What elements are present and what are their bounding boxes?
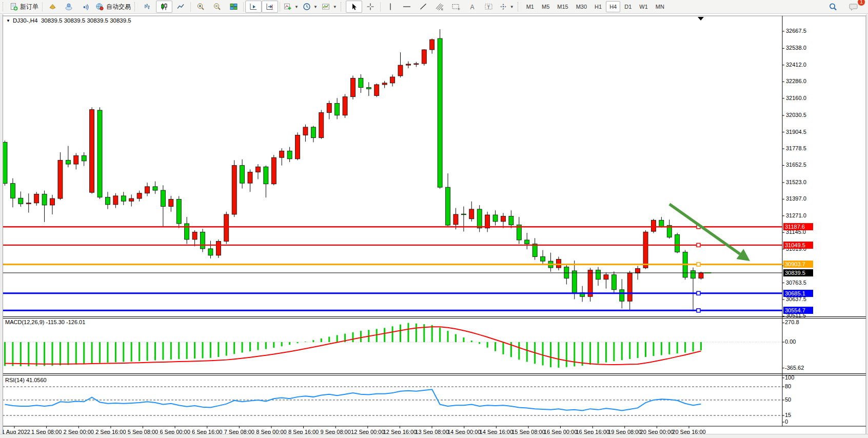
timeframe-button-H4[interactable]: H4 — [606, 1, 620, 12]
timeframe-button-D1[interactable]: D1 — [621, 1, 635, 12]
macd-indicator-label: MACD(12,26,9) -115.30 -126.01 — [5, 319, 85, 325]
timeframe-button-W1[interactable]: W1 — [636, 1, 652, 12]
toolbar-separator — [243, 2, 244, 12]
svg-text:A: A — [470, 4, 474, 11]
vertical-line-tool-button[interactable] — [382, 1, 399, 13]
price-tick-label: 30637.5 — [786, 296, 806, 302]
text-icon: A — [469, 3, 476, 11]
timeframe-button-M15[interactable]: M15 — [554, 1, 571, 12]
market-depth-button[interactable] — [44, 1, 61, 13]
status-bar — [0, 434, 868, 438]
trendline-tool-button[interactable] — [415, 1, 431, 13]
price-tick-label: 32160.0 — [786, 95, 806, 101]
line-chart-mode-button[interactable] — [172, 1, 189, 13]
new-order-button[interactable]: 新订单 — [8, 1, 41, 13]
cursor-tool-button[interactable] — [346, 1, 362, 13]
notifications-button[interactable]: 1 — [845, 1, 862, 13]
price-tick-label: 31652.5 — [786, 162, 806, 168]
fibonacci-icon: E — [435, 3, 444, 11]
price-tick-label: 32030.5 — [786, 112, 806, 118]
text-label-icon: T — [484, 3, 494, 11]
svg-text:T: T — [487, 5, 490, 10]
fibonacci-tool-button[interactable]: E — [431, 1, 448, 13]
window-right-border — [866, 14, 868, 438]
globe-icon — [95, 3, 104, 11]
trading-terminal: { "toolbar": { "new_order_label": "新订单",… — [0, 0, 868, 438]
rsi-indicator-label: RSI(14) 41.0560 — [5, 377, 47, 383]
search-icon — [828, 3, 838, 11]
svg-text:E: E — [441, 8, 443, 11]
rsi-tick-label: 50 — [785, 396, 791, 403]
toolbar-right-group: 1 — [825, 1, 867, 13]
chevron-down-icon: ▼ — [510, 5, 514, 9]
search-button[interactable] — [825, 1, 841, 13]
timeframe-button-M5[interactable]: M5 — [538, 1, 553, 12]
tile-windows-icon — [229, 3, 238, 11]
chart-shift-button[interactable] — [262, 1, 278, 13]
community-button[interactable] — [61, 1, 77, 13]
gold-gem-icon — [48, 3, 57, 11]
chart-shift-icon — [266, 3, 274, 11]
timeframe-button-MN[interactable]: MN — [652, 1, 668, 12]
toolbar-grip[interactable] — [3, 2, 6, 11]
chevron-down-icon: ▼ — [333, 5, 337, 9]
toolbar-grip[interactable] — [134, 2, 138, 11]
profile-icon — [65, 3, 73, 11]
arrows-tool-button[interactable]: ▼ — [497, 1, 516, 13]
crosshair-tool-button[interactable] — [362, 1, 379, 13]
auto-trading-button[interactable]: 自动交易 — [93, 1, 133, 13]
timeframe-button-M1[interactable]: M1 — [523, 1, 538, 12]
trendline-icon — [419, 3, 427, 11]
candlestick-mode-button[interactable] — [156, 1, 172, 13]
window-left-border — [0, 14, 3, 438]
template-button[interactable]: ▼ — [320, 1, 339, 13]
candlestick-chart-icon — [160, 3, 168, 11]
chart-menu-triangle-icon[interactable]: ▼ — [6, 18, 10, 23]
price-line-label: 30839.5 — [783, 269, 813, 276]
zoom-in-button[interactable] — [192, 1, 209, 13]
chart-plot-area[interactable] — [0, 0, 868, 438]
text-tool-button[interactable]: A — [464, 1, 481, 13]
horizontal-line-tool-button[interactable] — [399, 1, 415, 13]
main-toolbar: 新订单 自动交易 ▼ ▼ ▼ E F A T ▼ M1M5M15M30H1H4D… — [0, 0, 868, 14]
timeframe-button-M30[interactable]: M30 — [573, 1, 590, 12]
toolbar-separator — [380, 2, 381, 12]
toolbar-separator — [280, 2, 280, 12]
toolbar-grip[interactable] — [341, 2, 344, 11]
price-tick-label: 31523.0 — [786, 179, 806, 185]
add-indicator-icon — [284, 3, 292, 11]
zoom-out-button[interactable] — [209, 1, 225, 13]
tile-windows-button[interactable] — [225, 1, 242, 13]
price-line-label: 30554.7 — [783, 307, 813, 314]
price-line-label: 31049.5 — [783, 242, 813, 249]
template-icon — [322, 3, 330, 11]
cursor-icon — [350, 3, 358, 11]
channel-tool-button[interactable]: F — [448, 1, 464, 13]
zoom-out-icon — [213, 3, 222, 11]
price-tick-label: 31778.5 — [786, 145, 806, 151]
arrows-icon — [499, 3, 507, 11]
macd-tick-label: -365.62 — [785, 365, 804, 371]
add-indicator-button[interactable]: ▼ — [282, 1, 301, 13]
chart-symbol: DJ30-,H4 — [13, 17, 38, 24]
bar-chart-icon — [144, 3, 152, 11]
signals-button[interactable] — [77, 1, 93, 13]
price-tick-label: 32538.0 — [786, 45, 806, 51]
text-label-tool-button[interactable]: T — [481, 1, 497, 13]
period-button[interactable]: ▼ — [301, 1, 320, 13]
notification-badge: 1 — [858, 0, 865, 6]
price-tick-label: 32286.0 — [786, 78, 806, 84]
price-tick-label: 31397.0 — [786, 195, 806, 202]
bar-chart-mode-button[interactable] — [140, 1, 156, 13]
chevron-down-icon: ▼ — [294, 5, 299, 9]
rsi-tick-label: 0 — [785, 419, 788, 425]
vertical-line-icon — [387, 3, 393, 11]
toolbar-separator — [42, 2, 43, 12]
auto-scroll-button[interactable] — [245, 1, 262, 13]
chart-frame — [3, 16, 866, 434]
new-order-icon — [10, 3, 18, 11]
timeframe-button-H1[interactable]: H1 — [591, 1, 605, 12]
chart-title: ▼DJ30-,H4 30839.5 30839.5 30839.5 30839.… — [6, 17, 131, 24]
toolbar-grip[interactable] — [518, 2, 521, 11]
price-tick-label: 32667.5 — [786, 28, 806, 34]
